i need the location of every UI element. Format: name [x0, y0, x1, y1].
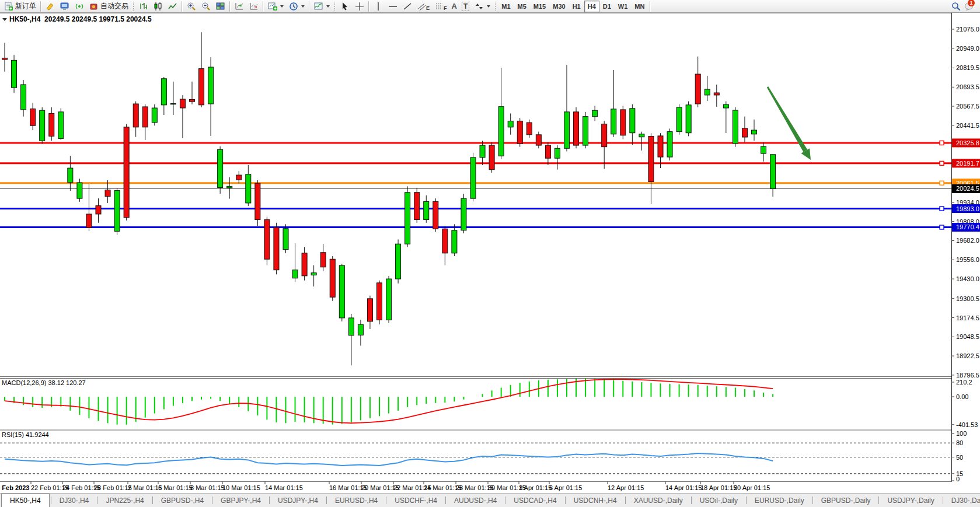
candle — [658, 136, 663, 157]
chart-title: HK50-,H4 20249.5 20249.5 19971.5 20024.5 — [9, 15, 152, 23]
horizontal-line-tool-button[interactable] — [385, 0, 400, 13]
symbol-tab-gbpjpy-h4[interactable]: GBPJPY-,H4 — [212, 494, 269, 507]
symbol-tab-dj30-h4[interactable]: DJ30-,H4 — [51, 494, 97, 507]
timeframe-button-w1[interactable]: W1 — [615, 1, 632, 12]
time-axis-label: 18 Apr 01:15 — [700, 484, 737, 491]
ohlc-close: 20024.5 — [126, 15, 151, 23]
line-chart-icon — [168, 1, 177, 11]
price-scale-label: 19300.5 — [956, 295, 979, 302]
timeframe-button-m1[interactable]: M1 — [498, 1, 514, 12]
rsi-scale-label: 0 — [956, 475, 960, 482]
period-button[interactable] — [286, 0, 307, 13]
crosshair-tool-button[interactable] — [352, 0, 367, 13]
timeframe-button-m15[interactable]: M15 — [530, 1, 549, 12]
price-scale-flag-label: 19770.4 — [956, 223, 979, 230]
candle — [396, 244, 401, 279]
candle — [58, 112, 64, 139]
auto-scroll-button[interactable] — [232, 0, 246, 13]
text-tool-button[interactable]: A — [449, 0, 459, 13]
candle — [264, 220, 270, 260]
chart-shift-button[interactable] — [246, 0, 261, 13]
zoom-out-button[interactable] — [198, 0, 213, 13]
candle — [68, 168, 73, 183]
templates-button[interactable] — [265, 0, 286, 13]
tile-windows-button[interactable] — [213, 0, 228, 13]
candlestick-icon — [153, 1, 163, 11]
time-axis-label: 3 Apr 01:15 — [519, 484, 552, 491]
arrows-tool-button[interactable] — [472, 0, 493, 13]
candle — [21, 85, 26, 110]
dropdown-caret-icon — [326, 5, 330, 8]
symbol-tab-eurusd-daily[interactable]: EURUSD-,Daily — [747, 494, 812, 507]
candle — [320, 253, 326, 267]
candle — [367, 299, 372, 321]
zoom-in-button[interactable] — [184, 0, 198, 13]
hline-drag-handle[interactable] — [940, 225, 944, 229]
auto-trading-button[interactable]: 自动交易 — [86, 0, 131, 13]
toolbar-grip[interactable] — [494, 2, 497, 11]
symbol-tab-usdjpy-daily[interactable]: USDJPY-,Daily — [879, 494, 942, 507]
toolbar-grip[interactable] — [132, 2, 135, 11]
symbol-tab-usdcad-h4[interactable]: USDCAD-,H4 — [505, 494, 564, 507]
symbol-tab-xauusd-daily[interactable]: XAUUSD-,Daily — [626, 494, 691, 507]
mt4-window: 新订单 自动交易 — [0, 0, 980, 507]
fibonacci-tool-button[interactable]: F — [432, 0, 449, 13]
channel-icon — [417, 1, 427, 11]
candlestick-type-button[interactable] — [151, 0, 165, 13]
hline-drag-handle[interactable] — [940, 207, 944, 211]
vertical-line-tool-button[interactable] — [371, 0, 385, 13]
hline-drag-handle[interactable] — [940, 181, 944, 185]
candle — [274, 228, 279, 270]
symbol-tab-gbpusd-daily[interactable]: GBPUSD-,Daily — [813, 494, 879, 507]
arrow-shapes-icon — [474, 1, 484, 11]
new-order-button[interactable]: 新订单 — [1, 0, 39, 13]
cursor-tool-button[interactable] — [337, 0, 352, 13]
search-icon[interactable] — [951, 1, 961, 11]
symbol-tab-dj30-daily[interactable]: DJ30-,Daily — [943, 494, 980, 507]
timeframe-button-m5[interactable]: M5 — [514, 1, 530, 12]
channel-tool-button[interactable]: E — [414, 0, 432, 13]
text-label-tool-button[interactable]: T — [459, 0, 472, 13]
line-chart-type-button[interactable] — [165, 0, 180, 13]
price-scale-label: 19556.0 — [956, 256, 979, 263]
bar-chart-type-button[interactable] — [136, 0, 151, 13]
hline-drag-handle[interactable] — [940, 161, 944, 165]
symbol-tab-usoil-daily[interactable]: USOil-,Daily — [692, 494, 746, 507]
candle — [124, 127, 129, 218]
toolbar-grip[interactable] — [333, 2, 336, 11]
candle — [602, 124, 607, 147]
signals-button[interactable] — [72, 0, 86, 13]
symbol-tab-gbpusd-h4[interactable]: GBPUSD-,H4 — [153, 494, 212, 507]
timeframe-button-d1[interactable]: D1 — [599, 1, 615, 12]
price-scale-label: 21075.0 — [956, 26, 979, 33]
terminal-button[interactable] — [57, 0, 72, 13]
candle — [218, 149, 223, 187]
timeframe-button-mn[interactable]: MN — [631, 1, 648, 12]
channel-letter: E — [426, 5, 430, 11]
candle — [676, 107, 682, 132]
chat-icon[interactable]: 1 — [964, 1, 974, 11]
symbol-tab-usdchf-h4[interactable]: USDCHF-,H4 — [386, 494, 445, 507]
candle — [12, 60, 17, 88]
chart-canvas[interactable]: 21075.020949.020819.520693.520567.520441… — [0, 13, 980, 494]
trendline-tool-button[interactable] — [400, 0, 414, 13]
symbol-tab-usdcnh-h4[interactable]: USDCNH-,H4 — [566, 494, 625, 507]
timeframe-button-h4[interactable]: H4 — [584, 1, 599, 12]
symbol-tab-jpn225-h4[interactable]: JPN225-,H4 — [97, 494, 152, 507]
candle — [536, 135, 541, 145]
one-click-trading-arrow-icon[interactable] — [2, 18, 7, 21]
symbol-tab-eurusd-h4[interactable]: EURUSD-,H4 — [327, 494, 386, 507]
fibonacci-letter: F — [444, 5, 447, 11]
auto-trading-label: 自动交易 — [100, 1, 128, 11]
candle — [330, 259, 335, 297]
hline-drag-handle[interactable] — [940, 141, 944, 145]
timeframe-button-m30[interactable]: M30 — [549, 1, 569, 12]
indicators-button[interactable] — [311, 0, 332, 13]
candle — [152, 108, 157, 123]
timeframe-button-h1[interactable]: H1 — [569, 1, 584, 12]
symbol-tab-audusd-h4[interactable]: AUDUSD-,H4 — [446, 494, 505, 507]
metaeditor-button[interactable] — [43, 0, 57, 13]
clock-icon — [288, 1, 298, 11]
symbol-tab-usdjpy-h4[interactable]: USDJPY-,H4 — [270, 494, 326, 507]
symbol-tab-hk50-h4[interactable]: HK50-,H4 — [1, 494, 50, 507]
